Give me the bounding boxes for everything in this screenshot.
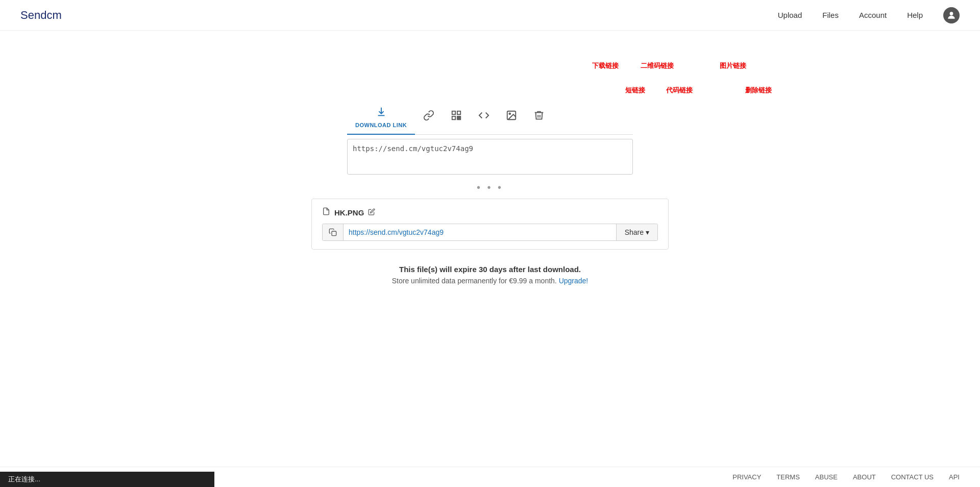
dots-separator: • • • (311, 182, 669, 193)
file-url-row: Share ▾ (322, 224, 658, 241)
nav-help[interactable]: Help (907, 11, 923, 19)
tab-qr[interactable] (443, 106, 470, 131)
share-chevron-icon: ▾ (646, 228, 649, 236)
status-bar: 正在连接... (0, 472, 214, 487)
annotation-short-link: 短链接 (625, 86, 645, 95)
upgrade-sub-text: Store unlimited data permanently for €9.… (392, 277, 557, 285)
account-avatar[interactable] (943, 7, 960, 23)
footer-about[interactable]: ABOUT (853, 473, 876, 481)
svg-rect-10 (332, 231, 336, 236)
upgrade-text: Store unlimited data permanently for €9.… (311, 277, 669, 285)
download-link-box (347, 139, 633, 177)
download-icon (376, 106, 387, 120)
expiry-main-text: This file(s) will expire 30 days after l… (311, 265, 669, 274)
tabs-section: 下载链接 二维码链接 图片链接 短链接 代码链接 删除链接 (347, 61, 633, 177)
svg-rect-4 (457, 116, 459, 118)
annotation-code-link: 代码链接 (666, 86, 693, 95)
main-nav: Upload Files Account Help (778, 11, 923, 19)
footer-abuse[interactable]: ABUSE (815, 473, 838, 481)
svg-rect-3 (452, 116, 455, 119)
logo-bold: Send (20, 9, 46, 21)
svg-rect-1 (452, 111, 455, 114)
svg-rect-2 (457, 111, 460, 114)
trash-icon (533, 110, 545, 124)
footer-links: PRIVACY TERMS ABUSE ABOUT CONTACT US API (732, 473, 960, 481)
file-name: HK.PNG (334, 208, 364, 217)
expiry-section: This file(s) will expire 30 days after l… (311, 265, 669, 285)
nav-files[interactable]: Files (822, 11, 839, 19)
tabs-bar: DOWNLOAD LINK (347, 102, 633, 135)
code-icon (478, 110, 489, 124)
file-document-icon (322, 207, 330, 217)
tab-download-label: DOWNLOAD LINK (355, 122, 407, 128)
svg-point-0 (950, 12, 953, 15)
footer-contact-us[interactable]: CONTACT US (891, 473, 934, 481)
tab-image[interactable] (498, 106, 525, 131)
edit-icon[interactable] (368, 208, 375, 217)
upgrade-link[interactable]: Upgrade! (559, 277, 589, 285)
tab-delete[interactable] (525, 106, 553, 131)
file-url-input[interactable] (344, 224, 616, 240)
link-icon (423, 110, 434, 124)
footer-terms[interactable]: TERMS (776, 473, 800, 481)
tab-download[interactable]: DOWNLOAD LINK (347, 102, 415, 134)
file-header: HK.PNG (322, 207, 658, 217)
tab-code[interactable] (470, 106, 498, 131)
logo[interactable]: Sendcm (20, 9, 62, 22)
footer-api[interactable]: API (949, 473, 960, 481)
share-button[interactable]: Share ▾ (616, 224, 657, 240)
status-text: 正在连接... (8, 475, 40, 483)
download-link-textarea[interactable] (347, 139, 633, 175)
copy-button[interactable] (323, 224, 344, 240)
file-card: HK.PNG Share ▾ (311, 199, 669, 250)
tab-link[interactable] (415, 106, 443, 131)
annotation-download-link: 下载链接 (592, 61, 619, 70)
main-content: 下载链接 二维码链接 图片链接 短链接 代码链接 删除链接 (0, 31, 980, 305)
footer-privacy[interactable]: PRIVACY (732, 473, 761, 481)
share-label: Share (625, 228, 644, 236)
annotation-delete-link: 删除链接 (745, 86, 772, 95)
svg-rect-5 (459, 118, 461, 120)
svg-point-9 (509, 113, 511, 114)
header: Sendcm Upload Files Account Help (0, 0, 980, 31)
logo-light: cm (46, 9, 61, 21)
annotation-image-link: 图片链接 (720, 61, 746, 70)
qr-icon (451, 110, 462, 124)
annotation-qr-link: 二维码链接 (641, 61, 674, 70)
svg-rect-6 (457, 118, 459, 120)
nav-account[interactable]: Account (859, 11, 887, 19)
image-icon (506, 110, 517, 124)
svg-rect-7 (459, 116, 461, 118)
nav-upload[interactable]: Upload (778, 11, 802, 19)
center-block: 下载链接 二维码链接 图片链接 短链接 代码链接 删除链接 (311, 61, 669, 285)
